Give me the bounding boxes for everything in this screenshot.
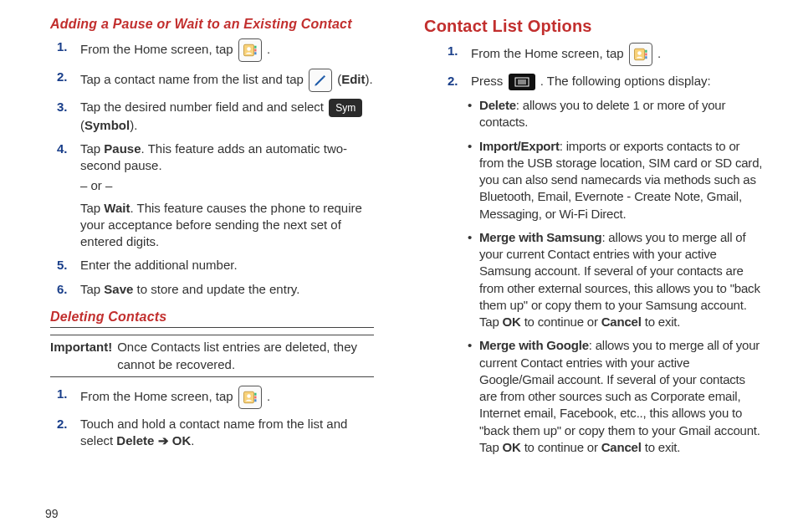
txt: to continue or bbox=[521, 315, 601, 329]
opt-name: Merge with Google bbox=[479, 338, 589, 352]
heading-deleting: Deleting Contacts bbox=[50, 308, 374, 326]
svg-point-11 bbox=[637, 51, 642, 55]
contacts-icon bbox=[238, 38, 262, 62]
steps-delete: 1. From the Home screen, tap . 2. Touch … bbox=[33, 386, 374, 450]
page-spread: Adding a Pause or Wait to an Existing Co… bbox=[0, 0, 798, 463]
edit-label: Edit bbox=[341, 72, 365, 86]
ok-label: OK bbox=[503, 440, 521, 454]
txt: to exit. bbox=[642, 440, 681, 454]
step-text: From the Home screen, tap bbox=[471, 46, 627, 60]
step-text-end: . bbox=[267, 389, 270, 403]
wait-label: Wait bbox=[104, 201, 130, 215]
right-column: Contact List Options 1. From the Home sc… bbox=[424, 15, 765, 463]
opt-desc: : allows you to merge all of your curren… bbox=[479, 338, 760, 454]
steps-options: 1. From the Home screen, tap . 2. Press … bbox=[424, 43, 765, 90]
opt-name: Import/Export bbox=[479, 139, 560, 153]
svg-rect-12 bbox=[645, 50, 647, 53]
step-4: 4. Tap Pause. This feature adds an autom… bbox=[80, 141, 374, 251]
svg-rect-14 bbox=[645, 56, 647, 59]
svg-rect-8 bbox=[254, 396, 256, 398]
txt: to continue or bbox=[521, 440, 601, 454]
save-desc: to store and update the entry. bbox=[133, 282, 299, 296]
ostep-1: 1. From the Home screen, tap . bbox=[471, 43, 765, 66]
steps-add-pause: 1. From the Home screen, tap . 2. Tap a … bbox=[33, 38, 374, 298]
heading-contact-list-options: Contact List Options bbox=[424, 15, 765, 38]
dstep-1: 1. From the Home screen, tap . bbox=[80, 386, 374, 409]
or-separator: – or – bbox=[80, 177, 374, 194]
important-label: Important! bbox=[50, 339, 112, 373]
step-1: 1. From the Home screen, tap . bbox=[80, 38, 374, 62]
step-text: Tap a contact name from the list and tap bbox=[80, 72, 307, 86]
options-display: . The following options display: bbox=[540, 74, 711, 88]
heading-add-pause: Adding a Pause or Wait to an Existing Co… bbox=[50, 15, 374, 33]
tap-word: Tap bbox=[80, 141, 104, 156]
sym-key-icon: Sym bbox=[329, 99, 362, 117]
step-text: Tap the desired number field and and sel… bbox=[80, 100, 327, 114]
important-note: Important! Once Contacts list entries ar… bbox=[50, 335, 374, 377]
step-3: 3. Tap the desired number field and and … bbox=[80, 99, 374, 134]
cancel-label: Cancel bbox=[601, 315, 642, 329]
step-text-end: . bbox=[267, 42, 270, 56]
important-text: Once Contacts list entries are deleted, … bbox=[117, 339, 374, 373]
contacts-icon bbox=[238, 386, 262, 409]
pause-label: Pause bbox=[104, 141, 141, 156]
page-number: 99 bbox=[45, 506, 59, 522]
arrow-icon: ➔ bbox=[154, 433, 171, 448]
contacts-icon bbox=[629, 43, 652, 66]
ok-label: OK bbox=[172, 433, 192, 448]
delete-label: Delete bbox=[116, 433, 154, 448]
svg-rect-7 bbox=[254, 393, 256, 396]
period: . bbox=[191, 433, 194, 448]
bullet-delete: Delete: allows you to delete 1 or more o… bbox=[479, 97, 765, 131]
step-text: From the Home screen, tap bbox=[80, 389, 237, 403]
step-2: 2. Tap a contact name from the list and … bbox=[80, 69, 374, 92]
bullet-import-export: Import/Export: imports or exports contac… bbox=[479, 138, 765, 223]
svg-rect-2 bbox=[254, 45, 256, 48]
opt-name: Delete bbox=[479, 98, 516, 112]
left-column: Adding a Pause or Wait to an Existing Co… bbox=[33, 15, 374, 463]
step-6: 6. Tap Save to store and update the entr… bbox=[80, 281, 374, 298]
svg-point-1 bbox=[247, 47, 251, 51]
bullet-merge-google: Merge with Google: allows you to merge a… bbox=[479, 337, 765, 456]
options-bullets: Delete: allows you to delete 1 or more o… bbox=[424, 97, 765, 456]
symbol-label: Symbol bbox=[84, 118, 130, 132]
opt-name: Merge with Samsung bbox=[479, 230, 601, 244]
paren-close: ). bbox=[366, 72, 373, 86]
pencil-edit-icon bbox=[309, 69, 332, 92]
opt-desc: : allows you to delete 1 or more of your… bbox=[479, 98, 725, 129]
cancel-label: Cancel bbox=[601, 440, 642, 454]
tap-word: Tap bbox=[80, 282, 104, 296]
tap-word2: Tap bbox=[80, 201, 104, 215]
ostep-2: 2. Press . The following options display… bbox=[471, 73, 765, 90]
step-text-end: . bbox=[657, 46, 661, 60]
save-label: Save bbox=[104, 282, 133, 296]
svg-rect-13 bbox=[645, 54, 647, 56]
step-text: Enter the additional number. bbox=[80, 258, 238, 272]
txt: to exit. bbox=[642, 315, 681, 329]
heading-underline bbox=[50, 327, 374, 328]
svg-point-6 bbox=[247, 394, 251, 398]
press-word: Press bbox=[471, 74, 507, 88]
svg-rect-4 bbox=[254, 52, 256, 54]
step-text: From the Home screen, tap bbox=[80, 42, 237, 56]
dstep-2: 2. Touch and hold a contact name from th… bbox=[80, 416, 374, 450]
menu-key-icon bbox=[509, 74, 535, 90]
bullet-merge-samsung: Merge with Samsung: allows you to merge … bbox=[479, 229, 765, 331]
paren-close: ). bbox=[130, 118, 137, 132]
step-5: 5. Enter the additional number. bbox=[80, 257, 374, 274]
svg-rect-3 bbox=[254, 49, 256, 51]
svg-rect-9 bbox=[254, 399, 256, 402]
ok-label: OK bbox=[503, 315, 521, 329]
